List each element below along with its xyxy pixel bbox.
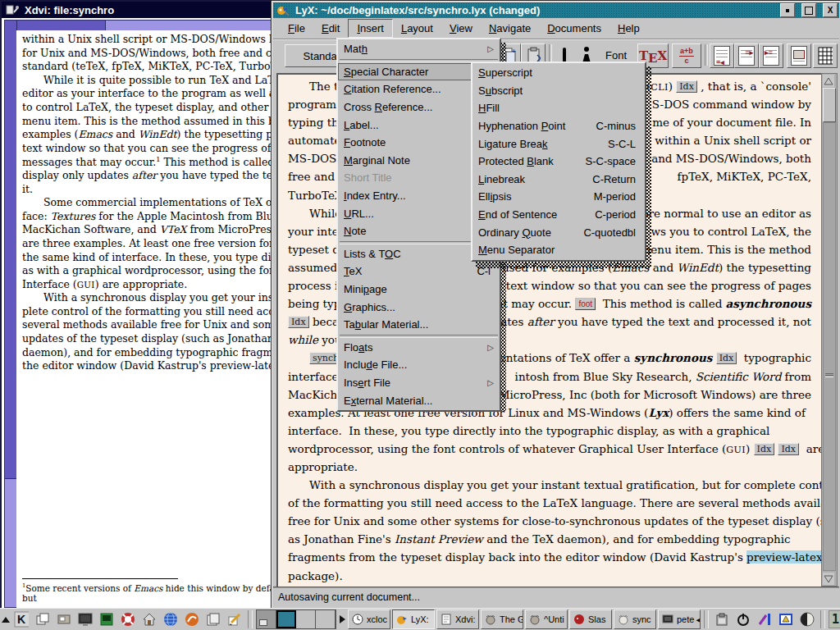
task-button-unti[interactable]: ^Unti — [525, 609, 568, 629]
menu-item-hyphenation-point[interactable]: Hyphenation PointC-minus — [472, 117, 645, 135]
help-icon — [121, 612, 135, 627]
paint-tool-icon — [757, 612, 772, 627]
desktop-pager[interactable] — [256, 609, 336, 629]
task-overflow-arrow[interactable]: ◂ — [696, 614, 701, 625]
xdvi-line: Some commercial implementations of TeX o… — [22, 196, 277, 210]
launcher-news[interactable] — [203, 609, 223, 629]
launcher-home[interactable] — [139, 609, 159, 629]
menu-item-ligature-break[interactable]: Ligature BreakS-C-L — [472, 135, 645, 153]
menubar-layout[interactable]: Layout — [393, 20, 441, 37]
scrollbar-thumb[interactable] — [823, 88, 836, 122]
menu-item-graphics[interactable]: Graphics... — [338, 298, 500, 316]
idx-inset[interactable]: Idx — [716, 352, 737, 364]
idx-inset[interactable]: Idx — [754, 443, 775, 455]
launcher-help[interactable] — [118, 609, 138, 629]
launcher-konqueror[interactable] — [182, 609, 202, 629]
scroll-up-arrow[interactable] — [823, 75, 834, 87]
xdvi-vscroll-thumb[interactable] — [5, 21, 16, 479]
applet-moon-phase[interactable] — [797, 609, 817, 629]
launcher-desktop-files[interactable] — [54, 609, 74, 629]
task-button-xcloc[interactable]: xcloc — [348, 609, 390, 629]
idx-inset[interactable]: Idx — [288, 316, 309, 328]
task-button-sync[interactable]: sync — [614, 609, 656, 629]
menu-item-superscript[interactable]: Superscript — [472, 64, 645, 82]
lcd-clock[interactable]: 12:31 — [829, 610, 840, 628]
launcher-window-list[interactable] — [33, 609, 52, 629]
applet-logout-power[interactable] — [733, 609, 753, 629]
task-button-the-g[interactable]: The G — [481, 609, 523, 629]
menu-item-hfill[interactable]: HFill — [472, 99, 645, 117]
idx-inset[interactable]: Idx — [676, 80, 697, 93]
foot-inset[interactable]: foot — [575, 298, 596, 310]
menu-item-protected-blank[interactable]: Protected BlankS-C-space — [472, 153, 645, 171]
shortcut-label: C-period — [595, 208, 639, 221]
menu-item-math[interactable]: Math▷ — [338, 40, 500, 58]
menubar-edit[interactable]: Edit — [313, 20, 348, 37]
menubar-file[interactable]: File — [280, 20, 313, 37]
menu-item-minipage[interactable]: Minipage — [338, 281, 500, 299]
pager-desktop-3[interactable] — [296, 610, 316, 628]
minimize-button[interactable] — [780, 3, 795, 17]
xdvi-line: examples (Emacs and WinEdt) the typesett… — [22, 128, 277, 142]
task-button-xdvi[interactable]: Xdvi: — [436, 609, 479, 629]
scroll-down-arrow[interactable] — [823, 573, 834, 585]
lyx-vertical-scrollbar[interactable] — [821, 73, 838, 587]
menu-item-linebreak[interactable]: LinebreakC-Return — [472, 171, 645, 189]
applet-alarm[interactable] — [776, 609, 796, 629]
menu-item-end-of-sentence[interactable]: End of SentenceC-period — [472, 206, 645, 224]
menu-item-insert-file[interactable]: Insert File▷ — [338, 374, 500, 392]
task-button-slas[interactable]: Slas — [569, 609, 612, 629]
menubar-documents[interactable]: Documents — [539, 20, 609, 37]
panel-hide-left[interactable] — [2, 609, 10, 629]
applet-area — [712, 609, 817, 629]
task-button-pete[interactable]: pete◂ — [658, 609, 701, 629]
launcher-k-menu[interactable]: K — [11, 609, 31, 629]
insert-figure-button[interactable] — [787, 43, 811, 68]
pager-desktop-4[interactable] — [316, 610, 336, 628]
maximize-button[interactable] — [801, 3, 816, 17]
xdvi-titlebar[interactable]: Xdvi: file:synchro — [2, 2, 277, 18]
shortcut-label: S-C-space — [586, 155, 639, 167]
insert-margin-note-button[interactable]: ≡▸ — [734, 43, 759, 68]
xdvi-vertical-scrollbar[interactable] — [4, 20, 17, 608]
pager-desktop-2[interactable] — [276, 610, 296, 628]
insert-citation-button[interactable]: ▸≡ — [759, 43, 783, 68]
web-browser-icon — [163, 612, 178, 627]
menu-item-menu-separator[interactable]: Menu Separator — [472, 241, 645, 259]
menu-item-subscript[interactable]: Subscript — [472, 82, 645, 100]
insert-table-button[interactable] — [813, 43, 838, 68]
math-fraction-button[interactable]: a+bc — [672, 43, 701, 68]
menubar-help[interactable]: Help — [609, 20, 648, 37]
task-button-lyx[interactable]: LyX: — [392, 609, 435, 629]
pager-desktop-1[interactable] — [257, 610, 276, 628]
menubar-navigate[interactable]: Navigate — [481, 20, 539, 37]
xdvi-horizontal-scrollbar[interactable] — [16, 20, 277, 31]
menubar-insert[interactable]: Insert — [348, 19, 393, 38]
konqueror-icon — [185, 612, 199, 627]
insert-footnote-button[interactable]: =◂ — [710, 43, 734, 68]
menu-item-tabular-material[interactable]: Tabular Material... — [338, 316, 500, 334]
lyx-titlebar[interactable]: LyX: ~/doc/beginlatex/src/synchro.lyx (c… — [273, 2, 839, 18]
task-button-area: xclocLyX: Xdvi:The G^UntiSlassyncpete◂ — [348, 609, 701, 629]
launcher-web-browser[interactable] — [161, 609, 180, 629]
launcher-terminal[interactable] — [75, 609, 95, 629]
margin-doc-icon: ≡▸ — [738, 46, 755, 66]
launcher-editor-pen[interactable] — [225, 609, 244, 629]
xdvi-hscroll-thumb[interactable] — [17, 21, 106, 30]
menu-item-ordinary-quote[interactable]: Ordinary QuoteC-quotedbl — [472, 223, 645, 241]
xdvi-line: within a Unix shell script or MS-DOS/Win… — [22, 33, 277, 47]
menu-item-include-file[interactable]: Include File... — [338, 356, 500, 374]
menu-item-ellipsis[interactable]: EllipsisM-period — [472, 188, 645, 206]
menu-item-external-material[interactable]: External Material... — [338, 391, 500, 409]
menu-item-floats[interactable]: Floats▷ — [338, 339, 500, 357]
shortcut-label: C-minus — [596, 120, 639, 132]
xdvi-line: face: Textures for the Apple Macintosh f… — [22, 210, 277, 224]
close-button[interactable]: X — [823, 3, 838, 17]
scrollbar-track[interactable] — [823, 122, 836, 571]
menubar-view[interactable]: View — [441, 20, 481, 37]
applet-klipper[interactable] — [712, 609, 732, 629]
taskbar-expand-arrow[interactable] — [338, 609, 346, 629]
idx-inset[interactable]: Idx — [778, 443, 799, 455]
launcher-console[interactable] — [97, 609, 116, 629]
applet-paint-tool[interactable] — [755, 609, 774, 629]
